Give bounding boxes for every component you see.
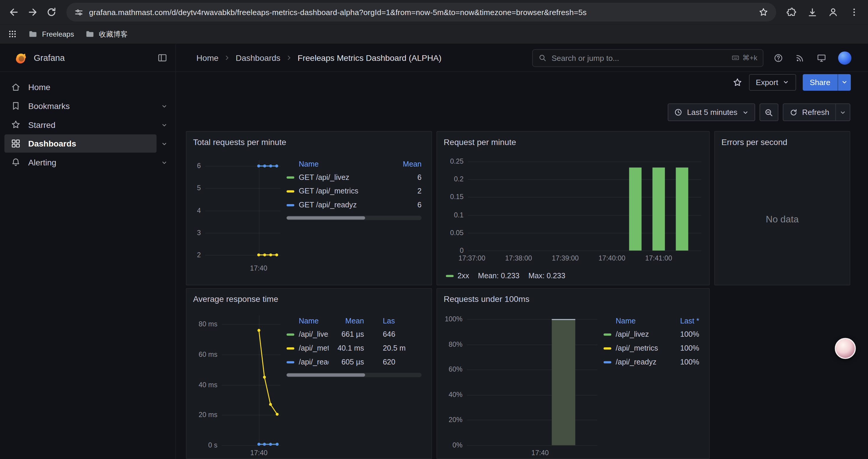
legend-header[interactable]: NameMeanLas — [286, 314, 422, 328]
sidebar: Grafana HomeBookmarksStarredDashboardsAl… — [0, 44, 176, 459]
legend-item[interactable]: 2xx — [446, 271, 469, 280]
bookmark-label: Freeleaps — [42, 30, 74, 38]
legend-table: NameMeanGET /api/_livez6GET /api/_metric… — [285, 154, 427, 285]
panel-average-response-time: Average response time 80 ms60 ms40 ms20 … — [186, 288, 432, 459]
panel-title[interactable]: Request per minute — [437, 132, 709, 148]
time-range-picker[interactable]: Last 5 minutes — [668, 103, 755, 121]
sidebar-item-label: Alerting — [28, 158, 56, 167]
bookmark-icon — [10, 100, 21, 111]
sidebar-item-label: Dashboards — [28, 139, 76, 148]
series-name[interactable]: /api/_readyz — [299, 358, 329, 366]
refresh-interval-dropdown[interactable] — [835, 104, 850, 121]
breadcrumb-dashboards[interactable]: Dashboards — [236, 53, 280, 63]
panel-title[interactable]: Total requests per minute — [186, 132, 432, 148]
search-input[interactable]: Search or jump to... ⌘+k — [532, 49, 764, 67]
legend-scrollbar[interactable] — [286, 216, 422, 220]
scrollbar-thumb[interactable] — [286, 216, 365, 220]
sidebar-item-label: Starred — [28, 120, 55, 129]
bookmark-blog-folder[interactable]: 收藏博客 — [85, 29, 128, 39]
series-value: 6 — [387, 201, 422, 209]
extensions-icon[interactable] — [782, 3, 801, 22]
legend-row[interactable]: /api/_metrics100% — [603, 341, 699, 355]
floating-avatar[interactable] — [835, 338, 856, 359]
sidebar-item-alerting[interactable]: Alerting — [4, 153, 157, 172]
help-icon[interactable] — [773, 53, 783, 63]
chevron-down-icon[interactable] — [157, 121, 172, 129]
series-name[interactable]: /api/_livez — [299, 330, 329, 338]
page-header: Home Dashboards Freeleaps Metrics Dashbo… — [176, 44, 868, 72]
panel-title[interactable]: Requests under 100ms — [437, 289, 709, 304]
series-name[interactable]: GET /api/_livez — [299, 173, 349, 182]
apps-icon — [10, 138, 21, 149]
chevron-down-icon[interactable] — [157, 158, 172, 166]
bar-chart[interactable]: 100%80%60%40%20%0%17:40 — [441, 311, 602, 455]
bookmark-freeleaps[interactable]: Freeleaps — [28, 29, 74, 39]
chevron-down-icon[interactable] — [157, 140, 172, 147]
sidebar-item-dashboards[interactable]: Dashboards — [4, 134, 157, 153]
series-name[interactable]: GET /api/_readyz — [299, 201, 356, 209]
legend-row[interactable]: GET /api/_readyz6 — [286, 198, 422, 212]
legend-row[interactable]: GET /api/_livez6 — [286, 170, 422, 184]
legend-row[interactable]: /api/_livez100% — [603, 328, 699, 341]
favorite-star-button[interactable] — [733, 77, 743, 87]
legend-header[interactable]: NameLast * — [603, 314, 699, 328]
legend-row[interactable]: GET /api/_metrics2 — [286, 184, 422, 198]
downloads-icon[interactable] — [803, 3, 822, 22]
scrollbar-thumb[interactable] — [286, 373, 365, 376]
series-color-dash — [603, 333, 611, 335]
share-button[interactable]: Share — [802, 74, 851, 90]
chevron-right-icon — [285, 54, 292, 61]
profile-avatar[interactable] — [824, 3, 843, 22]
grafana-logo[interactable] — [13, 51, 28, 65]
series-name[interactable]: /api/_metrics — [616, 344, 658, 352]
no-data-message: No data — [715, 154, 850, 285]
breadcrumb-home[interactable]: Home — [196, 53, 219, 63]
refresh-button[interactable]: Refresh — [783, 103, 850, 121]
legend-row[interactable]: /api/_readyz605 µs620 — [286, 355, 422, 369]
sidebar-item-label: Bookmarks — [28, 101, 69, 111]
legend-row[interactable]: /api/_readyz100% — [603, 355, 699, 369]
series-color-dash — [286, 347, 294, 349]
series-name[interactable]: /api/_readyz — [616, 358, 656, 366]
time-series-chart[interactable]: 80 ms60 ms40 ms20 ms0 s17:40 — [191, 311, 285, 455]
zoom-out-button[interactable] — [760, 103, 778, 121]
sidebar-item-bookmarks[interactable]: Bookmarks — [4, 97, 157, 115]
reload-button[interactable] — [42, 3, 61, 22]
series-name[interactable]: /api/_metrics — [299, 344, 329, 352]
sidebar-toggle-icon[interactable] — [157, 53, 168, 63]
series-name[interactable]: GET /api/_metrics — [299, 187, 359, 195]
user-avatar[interactable] — [838, 51, 851, 64]
bookmark-star-icon[interactable] — [758, 7, 769, 17]
panel-title[interactable]: Errors per second — [715, 132, 850, 148]
sidebar-item-home[interactable]: Home — [4, 78, 157, 96]
breadcrumb-current: Freeleaps Metrics Dashboard (ALPHA) — [298, 53, 441, 63]
chevron-down-icon — [742, 109, 749, 116]
bar-chart[interactable]: 0.250.20.150.10.05017:37:0017:38:0017:39… — [441, 154, 706, 268]
time-series-chart[interactable]: 6543217:40 — [191, 154, 285, 284]
series-color-dash — [603, 361, 611, 363]
menu-kebab-icon[interactable] — [845, 3, 864, 22]
legend-row[interactable]: /api/_metrics40.1 ms20.5 m — [286, 341, 422, 355]
search-icon — [538, 54, 547, 62]
legend-scrollbar[interactable] — [286, 373, 422, 377]
series-value: 620 — [364, 358, 422, 366]
legend-header[interactable]: NameMean — [286, 157, 422, 170]
back-button[interactable] — [4, 3, 23, 22]
sidebar-item-starred[interactable]: Starred — [4, 116, 157, 134]
refresh-icon — [789, 108, 798, 117]
rss-icon[interactable] — [795, 53, 805, 63]
export-button[interactable]: Export — [749, 74, 796, 90]
apps-grid-icon[interactable] — [8, 29, 17, 39]
url-text[interactable]: grafana.mathmast.com/d/deytv4rwavabkb/fr… — [89, 8, 753, 17]
monitor-icon[interactable] — [816, 53, 827, 63]
url-bar[interactable]: grafana.mathmast.com/d/deytv4rwavabkb/fr… — [66, 3, 776, 22]
star-icon — [10, 119, 21, 130]
series-name[interactable]: /api/_livez — [616, 330, 649, 338]
forward-button[interactable] — [23, 3, 42, 22]
share-dropdown-icon[interactable] — [838, 74, 851, 90]
site-settings-icon[interactable] — [74, 7, 84, 17]
chevron-down-icon[interactable] — [157, 102, 172, 109]
legend-row[interactable]: /api/_livez661 µs646 — [286, 328, 422, 341]
panel-title[interactable]: Average response time — [186, 289, 432, 304]
sidebar-header: Grafana — [0, 44, 176, 72]
